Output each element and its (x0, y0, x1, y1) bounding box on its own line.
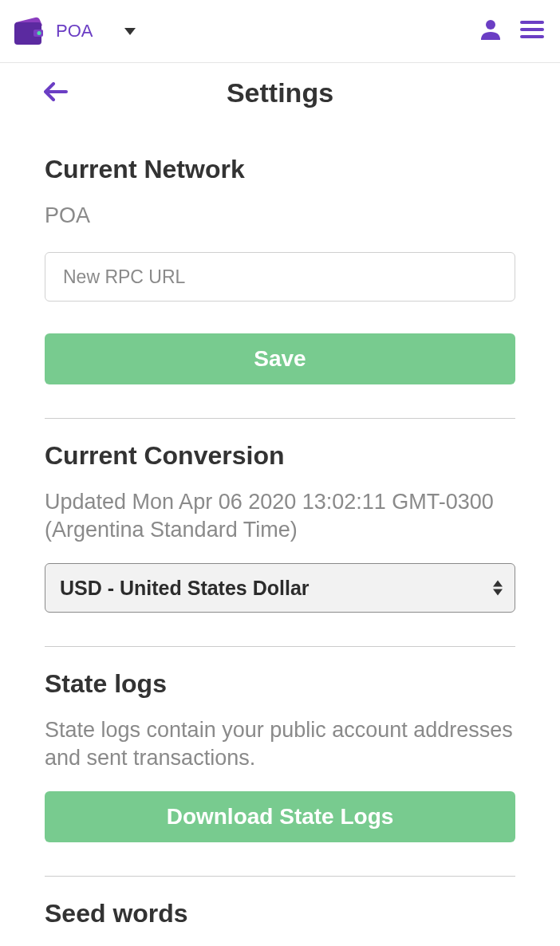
page-header: Settings (0, 63, 560, 123)
current-conversion-section: Current Conversion Updated Mon Apr 06 20… (45, 441, 515, 647)
seed-words-title: Seed words (45, 899, 515, 928)
svg-rect-4 (520, 28, 544, 31)
top-bar: POA (0, 0, 560, 63)
state-logs-section: State logs State logs contain your publi… (45, 669, 515, 877)
page-title: Settings (44, 77, 516, 108)
current-network-title: Current Network (45, 155, 515, 184)
svg-point-1 (37, 31, 41, 35)
seed-words-section: Seed words (45, 899, 515, 928)
top-bar-left: POA (11, 14, 136, 48)
svg-point-2 (486, 20, 495, 30)
menu-icon[interactable] (520, 19, 544, 43)
download-state-logs-button[interactable]: Download State Logs (45, 791, 515, 842)
current-network-value: POA (45, 202, 515, 230)
current-conversion-title: Current Conversion (45, 441, 515, 471)
network-selector[interactable]: POA (56, 21, 136, 41)
current-network-section: Current Network POA Save (45, 155, 515, 419)
svg-rect-3 (520, 21, 544, 24)
state-logs-title: State logs (45, 669, 515, 699)
state-logs-description: State logs contain your public account a… (45, 716, 515, 772)
currency-select[interactable]: USD - United States Dollar (45, 563, 515, 613)
conversion-updated-text: Updated Mon Apr 06 2020 13:02:11 GMT-030… (45, 488, 515, 544)
save-button[interactable]: Save (45, 333, 515, 384)
caret-down-icon (124, 28, 136, 35)
currency-select-wrapper: USD - United States Dollar (45, 563, 515, 613)
top-bar-right (479, 18, 544, 45)
network-label: POA (56, 21, 93, 41)
back-arrow-icon[interactable] (44, 82, 68, 104)
rpc-url-input[interactable] (45, 252, 515, 302)
settings-content: Current Network POA Save Current Convers… (0, 123, 560, 928)
wallet-logo-icon[interactable] (11, 14, 45, 48)
account-icon[interactable] (479, 18, 503, 45)
svg-rect-5 (520, 35, 544, 38)
